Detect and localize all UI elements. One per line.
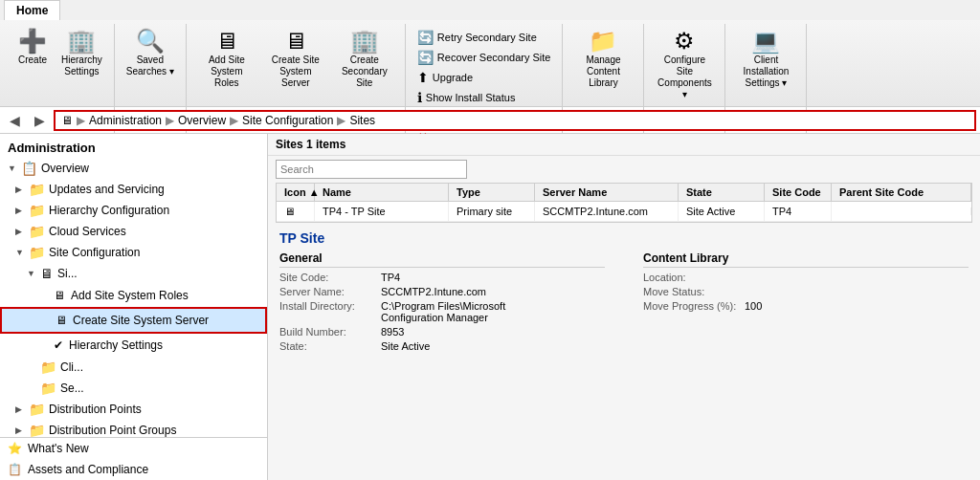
client-install-label: ClientInstallation Settings ▾ (737, 55, 794, 89)
col-header-icon[interactable]: Icon ▲ (277, 184, 315, 201)
address-bar: ◀ ▶ 🖥 ▶ Administration ▶ Overview ▶ Site… (0, 107, 980, 134)
sidebar-item-whats-new[interactable]: ⭐ What's New (0, 438, 267, 459)
whats-new-icon: ⭐ (8, 442, 22, 455)
ctx-hierarchy-settings-icon: ✔ (54, 338, 63, 352)
breadcrumb-sep-0: ▶ (77, 114, 85, 127)
breadcrumb-overview[interactable]: Overview (178, 114, 226, 127)
col-header-sitecode[interactable]: Site Code (765, 184, 832, 201)
retry-secondary-site-button[interactable]: 🔄 Retry Secondary Site (413, 28, 541, 47)
ctx-create-server-icon: 🖥 (56, 314, 67, 327)
forward-button[interactable]: ▶ (29, 110, 50, 131)
add-roles-label: Add SiteSystem Roles (198, 55, 256, 89)
create-secondary-icon: 🏢 (350, 30, 379, 53)
installdir-label: Install Directory: (279, 300, 375, 323)
ribbon-tab-bar: Home (0, 0, 980, 20)
show-install-status-button[interactable]: ℹ Show Install Status (413, 88, 520, 107)
manage-content-label: ManageContent Library (574, 55, 632, 89)
breadcrumb-sep-2: ▶ (230, 114, 238, 127)
dp-label: Distribution Points (49, 403, 142, 416)
sidebar-item-distribution-point-groups[interactable]: ▶ 📁 Distribution Point Groups (0, 420, 267, 437)
servername-value: SCCMTP2.Intune.com (381, 286, 486, 297)
create-label: Create (18, 55, 47, 66)
row-state: Site Active (679, 202, 765, 221)
col-header-state[interactable]: State (679, 184, 765, 201)
sidebar-item-updates-servicing[interactable]: ▶ 📁 Updates and Servicing (0, 179, 267, 200)
breadcrumb-site-configuration[interactable]: Site Configuration (242, 114, 333, 127)
sidebar-item-cloud-services[interactable]: ▶ 📁 Cloud Services (0, 221, 267, 242)
breadcrumb[interactable]: 🖥 ▶ Administration ▶ Overview ▶ Site Con… (54, 110, 976, 131)
create-server-icon: 🖥 (284, 30, 307, 53)
sidebar-item-sites[interactable]: ▼ 🖥 Si... (0, 263, 267, 284)
sidebar-item-distribution-points[interactable]: ▶ 📁 Distribution Points (0, 399, 267, 420)
breadcrumb-administration[interactable]: Administration (89, 114, 162, 127)
saved-searches-button[interactable]: 🔍 SavedSearches ▾ (122, 28, 178, 79)
overview-icon: 📋 (21, 161, 37, 176)
breadcrumb-sites[interactable]: Sites (349, 114, 375, 127)
breadcrumb-sep-3: ▶ (337, 114, 345, 127)
dp-icon: 📁 (29, 402, 45, 417)
hierarchy-arrow: ▶ (15, 206, 25, 215)
configure-icon: ⚙ (674, 30, 695, 53)
detail-row-servername: Server Name: SCCMTP2.Intune.com (279, 286, 605, 297)
sidebar-tree: Administration ▼ 📋 Overview ▶ 📁 Updates … (0, 134, 267, 437)
whats-new-label: What's New (28, 442, 89, 455)
build-label: Build Number: (279, 326, 375, 338)
create-button[interactable]: ➕ Create (11, 28, 54, 68)
sitecode-value: TP4 (381, 272, 400, 283)
list-view: Icon ▲ Name Type Server Name State Site … (276, 183, 972, 223)
assets-compliance-icon: 📋 (8, 463, 22, 476)
sitecode-label: Site Code: (279, 272, 375, 283)
sidebar-item-assets-compliance[interactable]: 📋 Assets and Compliance (0, 459, 267, 480)
manage-content-library-button[interactable]: 📁 ManageContent Library (570, 28, 635, 91)
create-site-system-server-button[interactable]: 🖥 Create SiteSystem Server (263, 28, 328, 91)
detail-row-location: Location: (643, 272, 969, 283)
row-icon: 🖥 (277, 202, 315, 221)
table-row[interactable]: 🖥 TP4 - TP Site Primary site SCCMTP2.Int… (277, 202, 971, 222)
show-install-label: Show Install Status (426, 92, 516, 103)
tab-home[interactable]: Home (4, 0, 60, 20)
recover-secondary-site-button[interactable]: 🔄 Recover Secondary Site (413, 48, 555, 67)
search-input[interactable] (276, 160, 467, 179)
client-installation-settings-button[interactable]: 💻 ClientInstallation Settings ▾ (733, 28, 798, 91)
servername-label: Server Name: (279, 286, 375, 297)
site-config-arrow: ▼ (15, 248, 25, 257)
dpg-icon: 📁 (29, 423, 45, 437)
detail-title: TP Site (279, 230, 969, 246)
updates-icon: 📁 (29, 182, 45, 197)
detail-section-content-library: Content Library Location: Move Status: M… (643, 251, 969, 355)
cli-icon: 📁 (40, 360, 56, 375)
row-type: Primary site (449, 202, 535, 221)
overview-label: Overview (41, 162, 89, 175)
content-area: Sites 1 items Icon ▲ Name Type Server Na… (268, 134, 980, 480)
hierarchy-config-label: Hierarchy Configuration (49, 204, 169, 217)
move-status-label: Move Status: (643, 286, 739, 297)
hierarchy-icon: 🏢 (67, 30, 96, 53)
col-header-name[interactable]: Name (315, 184, 449, 201)
upgrade-icon: ⬆ (417, 70, 429, 85)
add-site-system-roles-button[interactable]: 🖥 Add SiteSystem Roles (194, 28, 259, 91)
move-progress-value: 100 (745, 300, 762, 312)
ctx-create-site-system-server[interactable]: 🖥 Create Site System Server (0, 307, 267, 334)
hierarchy-config-icon: 📁 (29, 203, 45, 218)
hierarchy-settings-button[interactable]: 🏢 HierarchySettings (57, 28, 106, 79)
sidebar-item-sec[interactable]: 📁 Se... (0, 378, 267, 399)
back-button[interactable]: ◀ (4, 110, 25, 131)
ctx-add-site-system-roles[interactable]: 🖥 Add Site System Roles (0, 284, 267, 307)
sidebar-item-hierarchy-config[interactable]: ▶ 📁 Hierarchy Configuration (0, 200, 267, 221)
create-secondary-site-button[interactable]: 🏢 CreateSecondary Site (332, 28, 397, 91)
sidebar-item-cli[interactable]: 📁 Cli... (0, 357, 267, 378)
configure-site-components-button[interactable]: ⚙ Configure SiteComponents ▾ (652, 28, 717, 102)
col-header-type[interactable]: Type (449, 184, 535, 201)
col-header-parentsite[interactable]: Parent Site Code (832, 184, 971, 201)
updates-arrow: ▶ (15, 185, 25, 194)
sidebar-item-site-configuration[interactable]: ▼ 📁 Site Configuration (0, 242, 267, 263)
col-header-server[interactable]: Server Name (535, 184, 679, 201)
upgrade-button[interactable]: ⬆ Upgrade (413, 68, 477, 87)
ctx-hierarchy-settings-label: Hierarchy Settings (69, 338, 163, 352)
sidebar-item-overview[interactable]: ▼ 📋 Overview (0, 158, 267, 179)
ctx-hierarchy-settings[interactable]: ✔ Hierarchy Settings (0, 334, 267, 357)
installdir-value: C:\Program Files\MicrosoftConfiguration … (381, 300, 505, 323)
search-bar (268, 156, 980, 183)
row-sitecode: TP4 (765, 202, 832, 221)
updates-label: Updates and Servicing (49, 183, 165, 196)
